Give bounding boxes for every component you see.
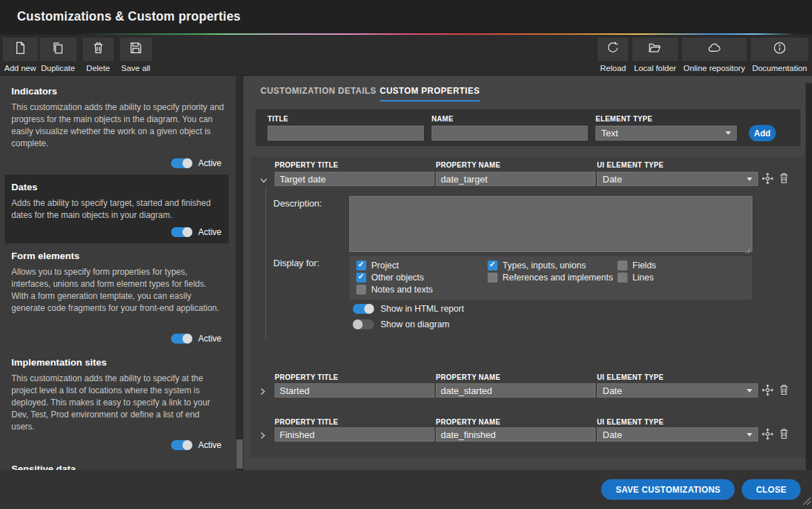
toggle-label: Show on diagram [380,319,449,329]
save-customizations-button[interactable]: SAVE CUSTOMIZATIONS [601,479,735,500]
sidebar-scrollbar[interactable] [236,76,243,470]
ui-element-type-select[interactable]: Date [597,172,758,186]
save-all-label: Save all [120,64,152,72]
checkbox[interactable] [356,285,366,295]
duplicate-icon [51,41,65,58]
move-handle-icon[interactable] [762,428,774,440]
property-title-input[interactable] [275,383,434,398]
active-toggle[interactable] [171,334,192,344]
checkbox[interactable] [618,273,627,283]
expand-chevron-right-icon[interactable] [260,429,268,438]
checkbox-notes-and-texts: Notes and texts [356,285,433,295]
sidebar-item-title: Dates [11,182,222,192]
delete-property-trash-icon[interactable] [779,173,791,185]
sidebar-item-dates[interactable]: Dates Adds the ability to specify target… [5,175,229,243]
active-toggle-label: Active [198,440,221,450]
property-title-column-label: PROPERTY TITLE [275,418,339,426]
checkbox-fields: Fields [618,261,656,270]
chevron-down-icon [725,131,731,135]
footer-bar: SAVE CUSTOMIZATIONS CLOSE [0,470,812,509]
move-handle-icon[interactable] [762,384,774,396]
ui-element-type-select[interactable]: Date [597,383,758,398]
description-label: Description: [273,198,322,209]
save-all-button[interactable]: Save all [120,38,152,72]
property-title-column-label: PROPERTY TITLE [275,161,339,169]
toolbar: Add new Duplicate Delete Save all Rel [0,35,812,76]
new-document-icon [13,41,27,58]
window-resize-grip[interactable] [801,496,811,508]
active-toggle[interactable] [171,227,192,237]
collapse-chevron-down-icon[interactable] [260,174,268,182]
checkbox[interactable] [356,261,366,270]
active-toggle-label: Active [198,334,221,344]
property-title-input[interactable] [275,172,434,186]
name-field-label: NAME [432,115,454,123]
delete-label: Delete [83,64,114,72]
reload-icon [606,41,620,58]
checkbox[interactable] [618,261,627,270]
save-icon [129,41,143,58]
element-type-select[interactable]: Text [596,126,737,141]
active-toggle[interactable] [171,440,192,450]
property-name-column-label: PROPERTY NAME [436,418,500,426]
close-button[interactable]: CLOSE [742,479,801,500]
reload-button[interactable]: Reload [598,38,628,72]
property-title-input[interactable] [275,427,434,442]
sidebar-scrollbar-thumb[interactable] [236,439,243,469]
property-title-column-label: PROPERTY TITLE [275,373,339,381]
property-name-input[interactable] [436,383,596,398]
checkbox-label: Fields [632,261,656,270]
trash-icon [92,41,105,58]
title-field-label: TITLE [268,115,288,123]
chevron-down-icon [747,433,752,437]
title-input[interactable] [268,126,424,141]
delete-property-trash-icon[interactable] [779,428,791,440]
show-on-diagram-toggle[interactable] [353,319,374,329]
add-property-form: TITLE NAME ELEMENT TYPE Text Add [256,109,801,146]
add-new-button[interactable]: Add new [3,38,38,72]
delete-property-trash-icon[interactable] [779,384,791,396]
toggle-label: Show in HTML report [380,304,464,314]
documentation-label: Documentation [751,64,808,72]
move-handle-icon[interactable] [762,173,774,185]
checkbox-label: Notes and texts [371,285,433,295]
duplicate-button[interactable]: Duplicate [40,38,77,72]
textarea-resize-grip[interactable] [745,244,751,257]
sidebar-item-form-elements[interactable]: Form elements Allows you to specify form… [5,243,229,350]
property-name-input[interactable] [436,427,596,442]
main-scrollbar[interactable] [806,83,812,470]
info-icon [773,41,786,58]
element-type-value: Text [601,128,618,138]
checkbox[interactable] [356,273,366,283]
name-input[interactable] [432,126,588,141]
checkbox[interactable] [488,273,498,283]
ui-element-type-column-label: UI ELEMENT TYPE [597,418,664,426]
sidebar-item-description: Allows you to specify form properties fo… [11,266,224,314]
expand-chevron-right-icon[interactable] [260,385,268,394]
local-folder-button[interactable]: Local folder [632,38,677,72]
property-name-input[interactable] [436,172,596,186]
element-type-field-label: ELEMENT TYPE [596,115,652,123]
show-in-html-report-toggle[interactable] [353,304,374,314]
active-toggle[interactable] [171,158,192,168]
checkbox-types-inputs-unions: Types, inputs, unions [488,261,586,270]
page-title: Customizations & Custom properties [17,9,241,24]
ui-element-type-column-label: UI ELEMENT TYPE [597,161,664,169]
checkbox[interactable] [488,261,498,270]
sidebar-item-indicators[interactable]: Indicators This customization adds the a… [5,79,229,175]
active-toggle-label: Active [198,227,221,237]
online-repository-button[interactable]: Online repository [682,38,747,72]
local-folder-label: Local folder [632,64,677,72]
add-button[interactable]: Add [749,125,776,141]
tab-custom-properties[interactable]: CUSTOM PROPERTIES [380,86,480,102]
tab-customization-details[interactable]: CUSTOMIZATION DETAILS [260,86,376,100]
delete-button[interactable]: Delete [83,38,114,72]
documentation-button[interactable]: Documentation [751,38,808,72]
ui-element-type-select[interactable]: Date [597,427,758,442]
add-new-label: Add new [3,64,38,72]
customizations-sidebar: Indicators This customization adds the a… [0,76,236,470]
sidebar-item-implementation-sites[interactable]: Implementation sites This customization … [5,350,229,456]
description-textarea[interactable] [349,196,752,252]
chevron-down-icon [747,177,752,181]
sidebar-item-sensitive-data[interactable]: Sensitive data [5,456,229,470]
